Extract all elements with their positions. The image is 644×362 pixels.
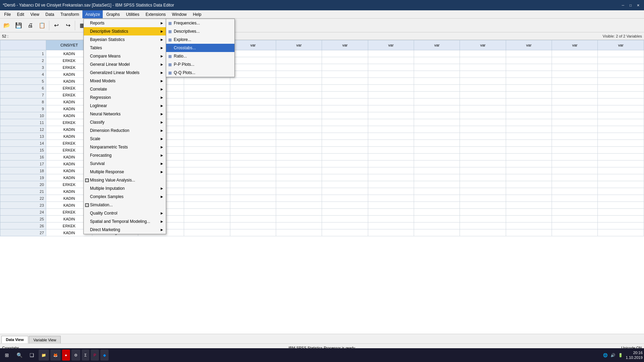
- taskbar-app-powerpoint[interactable]: P: [91, 350, 99, 361]
- dialog-recall-button[interactable]: 📋: [37, 20, 48, 31]
- analyze-menu-item-bayesian-statistics[interactable]: Bayesian Statistics▶: [84, 35, 166, 44]
- submenu-arrow-icon: ▶: [161, 46, 163, 50]
- analyze-menu-item-simulation[interactable]: 🔲Simulation...: [84, 201, 166, 209]
- save-button[interactable]: 💾: [13, 20, 24, 31]
- analyze-menu-item-missing-value-analysis[interactable]: 🔲Missing Value Analysis...: [84, 176, 166, 184]
- analyze-dropdown-menu[interactable]: Reports▶Descriptive Statistics▶Bayesian …: [83, 19, 166, 234]
- menu-graphs[interactable]: Graphs: [103, 10, 122, 18]
- print-button[interactable]: 🖨: [25, 20, 36, 31]
- row-number: 2: [0, 57, 46, 64]
- menu-label: Nonparametric Tests: [90, 145, 128, 149]
- menu-label: Multiple Response: [90, 169, 124, 174]
- maximize-button[interactable]: □: [627, 2, 634, 8]
- analyze-menu-item-direct-marketing[interactable]: Direct Marketing▶: [84, 226, 166, 234]
- taskbar-date-display: 1.10.2019: [626, 355, 643, 360]
- analyze-menu-item-loglinear[interactable]: Loglinear▶: [84, 102, 166, 110]
- col-header-var4[interactable]: var: [276, 40, 322, 50]
- taskbar-app-firefox[interactable]: 🦊: [50, 350, 61, 361]
- analyze-menu-item-correlate[interactable]: Correlate▶: [84, 85, 166, 93]
- row-number: 16: [0, 154, 46, 161]
- analyze-menu-item-mixed-models[interactable]: Mixed Models▶: [84, 77, 166, 85]
- row-number: 4: [0, 71, 46, 78]
- redo-button[interactable]: ↪: [62, 20, 73, 31]
- menu-edit[interactable]: Edit: [14, 10, 27, 18]
- analyze-menu-item-generalized-linear-models[interactable]: Generalized Linear Models▶: [84, 69, 166, 77]
- menu-label: Survival: [90, 161, 105, 166]
- windows-start-button[interactable]: ⊞: [1, 350, 12, 361]
- open-button[interactable]: 📂: [1, 20, 12, 31]
- col-header-var8[interactable]: var: [460, 40, 506, 50]
- col-header-var7[interactable]: var: [414, 40, 460, 50]
- row-number: 10: [0, 112, 46, 119]
- analyze-menu-item-complex-samples[interactable]: Complex Samples▶: [84, 193, 166, 201]
- menu-icon: 🔲: [84, 203, 89, 207]
- taskbar-app-chrome[interactable]: ⚙: [71, 350, 80, 361]
- descriptive-statistics-submenu[interactable]: ▦Frequencies...▦Descriptives...▦Explore.…: [166, 19, 235, 77]
- analyze-menu-item-neural-networks[interactable]: Neural Networks▶: [84, 110, 166, 118]
- row-number: 17: [0, 161, 46, 167]
- menu-item-icon: ▦: [167, 46, 173, 50]
- tab-variable-view[interactable]: Variable View: [29, 336, 61, 343]
- col-header-var6[interactable]: var: [368, 40, 414, 50]
- undo-button[interactable]: ↩: [51, 20, 62, 31]
- submenu-arrow-icon: ▶: [161, 220, 163, 223]
- taskbar-app-red[interactable]: ●: [62, 350, 70, 361]
- submenu-arrow-icon: ▶: [161, 30, 163, 33]
- analyze-menu-item-classify[interactable]: Classify▶: [84, 118, 166, 126]
- desc-menu-item-p-p-plots-[interactable]: ▦P-P Plots...: [166, 60, 234, 69]
- task-view-button[interactable]: ❑: [26, 350, 37, 361]
- analyze-menu-item-compare-means[interactable]: Compare Means▶: [84, 52, 166, 60]
- desc-menu-item-ratio-[interactable]: ▦Ratio...: [166, 52, 234, 60]
- desc-menu-item-explore-[interactable]: ▦Explore...: [166, 35, 234, 44]
- taskbar-app-explorer[interactable]: 📁: [39, 350, 49, 361]
- desc-menu-item-frequencies-[interactable]: ▦Frequencies...: [166, 19, 234, 27]
- submenu-arrow-icon: ▶: [161, 21, 163, 25]
- analyze-menu-item-regression[interactable]: Regression▶: [84, 93, 166, 102]
- analyze-menu-item-scale[interactable]: Scale▶: [84, 135, 166, 143]
- analyze-menu-item-tables[interactable]: Tables▶: [84, 44, 166, 52]
- col-header-var11[interactable]: var: [598, 40, 644, 50]
- row-number: 11: [0, 119, 46, 126]
- menu-label: Spatial and Temporal Modeling...: [90, 219, 150, 224]
- menu-label: Neural Networks: [90, 112, 121, 116]
- search-button[interactable]: 🔍: [14, 350, 25, 361]
- taskbar-app-sigma[interactable]: Σ: [82, 350, 90, 361]
- menu-view[interactable]: View: [28, 10, 42, 18]
- row-number: 9: [0, 105, 46, 112]
- analyze-menu-item-nonparametric-tests[interactable]: Nonparametric Tests▶: [84, 143, 166, 151]
- taskbar-time-display: 20:16: [626, 350, 643, 355]
- analyze-menu-item-survival[interactable]: Survival▶: [84, 159, 166, 168]
- menu-analyze[interactable]: Analyze: [82, 10, 103, 18]
- analyze-menu-item-multiple-response[interactable]: Multiple Response▶: [84, 168, 166, 176]
- col-header-var9[interactable]: var: [506, 40, 552, 50]
- close-button[interactable]: ✕: [635, 2, 641, 8]
- menu-file[interactable]: File: [1, 10, 13, 18]
- analyze-menu-item-multiple-imputation[interactable]: Multiple Imputation▶: [84, 184, 166, 193]
- minimize-button[interactable]: ─: [620, 2, 626, 8]
- row-number: 3: [0, 64, 46, 71]
- analyze-menu-item-general-linear-model[interactable]: General Linear Model▶: [84, 60, 166, 69]
- tab-data-view[interactable]: Data View: [1, 336, 28, 343]
- menu-utilities[interactable]: Utilities: [123, 10, 142, 18]
- menu-data[interactable]: Data: [43, 10, 57, 18]
- submenu-arrow-icon: ▶: [161, 228, 163, 231]
- menu-label: Correlate: [90, 87, 107, 92]
- analyze-menu-item-dimension-reduction[interactable]: Dimension Reduction▶: [84, 126, 166, 135]
- analyze-menu-item-descriptive-statistics[interactable]: Descriptive Statistics▶: [84, 27, 166, 35]
- analyze-menu-item-quality-control[interactable]: Quality Control▶: [84, 209, 166, 217]
- analyze-menu-item-reports[interactable]: Reports▶: [84, 19, 166, 27]
- analyze-menu-item-spatial-and-temporal-modeling[interactable]: Spatial and Temporal Modeling...▶: [84, 217, 166, 226]
- menu-help[interactable]: Help: [190, 10, 204, 18]
- col-header-var3[interactable]: var: [230, 40, 276, 50]
- col-header-var10[interactable]: var: [552, 40, 598, 50]
- desc-menu-item-q-q-plots-[interactable]: ▦Q-Q Plots...: [166, 69, 234, 77]
- menu-label: Direct Marketing: [90, 227, 120, 232]
- taskbar-app-spss[interactable]: ◆: [100, 350, 109, 361]
- menu-window[interactable]: Window: [169, 10, 190, 18]
- desc-menu-item-descriptives-[interactable]: ▦Descriptives...: [166, 27, 234, 35]
- menu-transform[interactable]: Transform: [58, 10, 82, 18]
- desc-menu-item-crosstabs-[interactable]: ▦Crosstabs...: [166, 44, 234, 52]
- analyze-menu-item-forecasting[interactable]: Forecasting▶: [84, 151, 166, 159]
- menu-extensions[interactable]: Extensions: [143, 10, 169, 18]
- col-header-var5[interactable]: var: [322, 40, 368, 50]
